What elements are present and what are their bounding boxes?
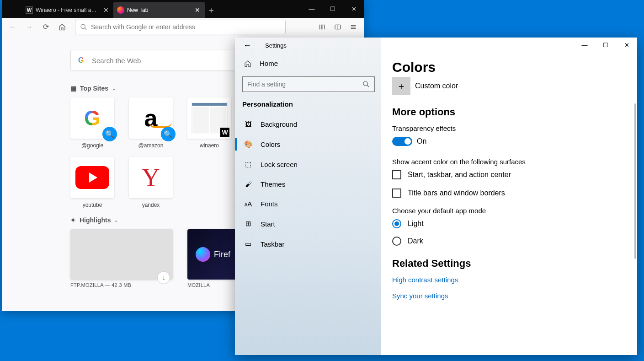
browser-tab-winaero[interactable]: W Winaero - Free small and usefu ✕ [22, 2, 113, 18]
settings-category: Personalization [235, 100, 381, 114]
youtube-logo-icon [75, 166, 109, 189]
close-tab-icon[interactable]: ✕ [102, 6, 110, 14]
new-tab-button[interactable]: ＋ [205, 2, 218, 18]
browser-tab-newtab[interactable]: New Tab ✕ [113, 2, 205, 18]
add-custom-color-button[interactable]: ＋ [392, 77, 410, 95]
svg-line-12 [367, 85, 369, 87]
app-mode-label: Choose your default app mode [392, 207, 637, 215]
library-button[interactable] [315, 20, 330, 34]
forward-button[interactable]: → [22, 20, 37, 34]
search-pin-icon: 🔍 [102, 127, 117, 141]
tile-google[interactable]: G🔍 @google [70, 97, 114, 149]
reload-button[interactable]: ⟳ [38, 20, 53, 34]
download-icon: ↓ [157, 271, 170, 284]
sidebar-item-label: Lock screen [261, 161, 298, 168]
svg-rect-6 [335, 25, 341, 29]
radio-dark[interactable]: Dark [392, 237, 637, 246]
sidebar-item-taskbar[interactable]: ▭ Taskbar [235, 234, 381, 254]
settings-home[interactable]: Home [235, 53, 381, 74]
link-high-contrast[interactable]: High contrast settings [392, 276, 637, 284]
home-icon [59, 23, 66, 31]
sidebar-item-colors[interactable]: 🎨 Colors [235, 134, 381, 154]
tile-label: youtube [83, 202, 102, 208]
maximize-icon[interactable]: ☐ [322, 0, 343, 18]
sidebar-item-label: Themes [261, 180, 285, 188]
transparency-label: Transparency effects [392, 124, 637, 132]
search-icon [362, 81, 370, 88]
tile-label: winaero [200, 142, 219, 149]
checkbox-start-taskbar[interactable]: Start, taskbar, and action center [392, 170, 637, 179]
google-icon: G [78, 56, 86, 65]
settings-title: Settings [265, 42, 287, 49]
sidebar-item-themes[interactable]: 🖌 Themes [235, 174, 381, 194]
amazon-logo-icon: a [144, 104, 158, 132]
font-icon: AA [244, 200, 252, 208]
sidebar-item-label: Taskbar [261, 240, 285, 248]
checkbox-titlebars[interactable]: Title bars and window borders [392, 189, 637, 198]
settings-window: ← Settings Home Personalization 🖼 Backgr… [235, 38, 637, 355]
url-input[interactable] [91, 23, 281, 31]
checkbox-label: Start, taskbar, and action center [408, 171, 511, 179]
sidebar-icon [334, 23, 341, 31]
favicon-firefox [117, 6, 124, 14]
close-tab-icon[interactable]: ✕ [194, 6, 201, 14]
search-icon [80, 23, 87, 31]
close-icon[interactable]: ✕ [616, 38, 637, 52]
more-options-heading: More options [392, 106, 637, 118]
minimize-icon[interactable]: — [574, 38, 595, 52]
tile-label: @amazon [138, 142, 164, 149]
tile-amazon[interactable]: a🔍 @amazon [129, 97, 173, 149]
palette-icon: 🎨 [244, 140, 252, 148]
sparkle-icon: ✦ [70, 216, 76, 224]
highlight-title: MOZILLA [187, 282, 239, 288]
top-sites-label: Top Sites [80, 85, 108, 92]
sidebar-button[interactable] [330, 20, 345, 34]
firefox-titlebar: W Winaero - Free small and usefu ✕ New T… [2, 0, 364, 18]
url-bar[interactable] [75, 20, 286, 34]
tile-youtube[interactable]: youtube [70, 157, 114, 208]
tile-winaero[interactable]: W winaero [187, 97, 231, 149]
home-label: Home [260, 59, 278, 67]
minimize-icon[interactable]: — [301, 0, 322, 18]
custom-color-label: Custom color [415, 82, 458, 90]
checkbox-icon [392, 189, 401, 198]
radio-light[interactable]: Light [392, 219, 637, 228]
back-button[interactable]: ← [243, 41, 251, 50]
back-button[interactable]: ← [5, 20, 20, 34]
titlebar-spacer [2, 0, 22, 18]
related-settings-heading: Related Settings [392, 258, 637, 269]
tile-label: @google [81, 142, 103, 149]
sidebar-item-start[interactable]: ⊞ Start [235, 214, 381, 234]
chevron-down-icon: ⌄ [114, 218, 118, 223]
highlight-title: FTP.MOZILLA — 42.3 MB [70, 282, 173, 288]
settings-main: — ☐ ✕ Colors ＋ Custom color More options… [381, 38, 637, 355]
link-sync-settings[interactable]: Sync your settings [392, 292, 637, 300]
maximize-icon[interactable]: ☐ [595, 38, 616, 52]
sidebar-item-lockscreen[interactable]: ⬚ Lock screen [235, 154, 381, 174]
svg-line-1 [85, 28, 86, 30]
tab-title: Winaero - Free small and usefu [36, 7, 100, 13]
settings-search[interactable] [242, 76, 375, 92]
favicon-winaero: W [26, 6, 33, 14]
settings-titlebar: ← Settings [235, 38, 381, 53]
transparency-toggle[interactable] [392, 137, 412, 146]
scrollbar[interactable] [634, 103, 636, 259]
start-icon: ⊞ [244, 220, 252, 228]
tile-yandex[interactable]: Y yandex [129, 157, 173, 208]
yandex-logo-icon: Y [142, 163, 160, 192]
highlight-card-download[interactable]: ↓ FTP.MOZILLA — 42.3 MB [70, 229, 173, 288]
sidebar-item-label: Background [261, 120, 297, 128]
grid-icon: ▦ [70, 85, 76, 92]
sidebar-item-background[interactable]: 🖼 Background [235, 114, 381, 134]
settings-search-input[interactable] [247, 81, 362, 88]
highlight-card-nightly[interactable]: Firef MOZILLA [187, 229, 239, 288]
home-button[interactable] [55, 20, 69, 34]
menu-button[interactable] [346, 20, 361, 34]
close-icon[interactable]: ✕ [343, 0, 364, 18]
radio-label: Dark [408, 237, 423, 245]
svg-point-0 [81, 24, 85, 28]
page-title: Colors [392, 59, 637, 75]
svg-point-11 [363, 81, 367, 86]
sidebar-item-fonts[interactable]: AA Fonts [235, 194, 381, 214]
firefox-toolbar: ← → ⟳ [2, 18, 364, 36]
